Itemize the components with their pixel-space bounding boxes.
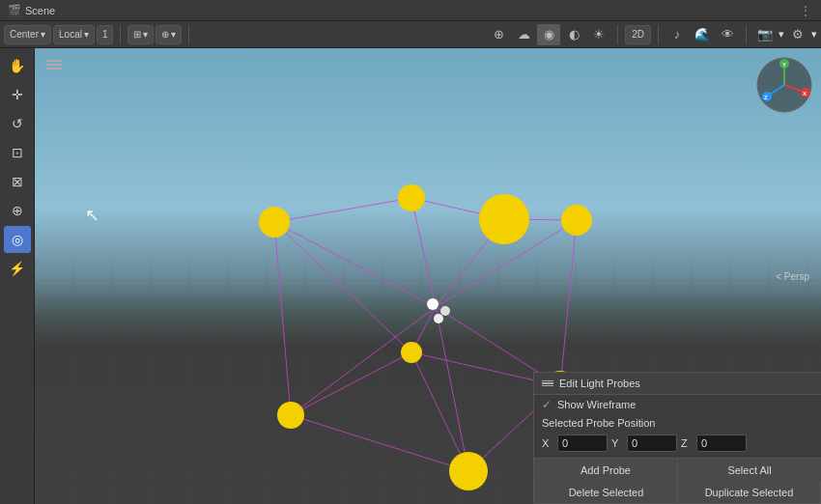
btn-row-1: Add Probe Select All <box>534 458 821 482</box>
probe-mid <box>401 342 422 363</box>
left-toolbar: ✋ ✛ ↺ ⊡ ⊠ ⊕ ◎ ⚡ <box>0 48 35 504</box>
y-label: Y <box>611 437 623 449</box>
sun-button[interactable]: ☀ <box>587 24 610 45</box>
transform-tool[interactable]: ⊕ <box>4 197 31 224</box>
probe-small-3 <box>434 314 443 323</box>
effects-button[interactable]: 🌊 <box>691 24 714 45</box>
sep5 <box>746 25 747 44</box>
btn-row-2: Delete Selected Duplicate Selected <box>534 482 821 504</box>
snap-icon: ⊕ <box>161 29 169 40</box>
globe-button[interactable]: ⊕ <box>487 24 510 45</box>
center-chevron: ▾ <box>41 29 45 40</box>
grid-icon: ⊞ <box>133 29 141 40</box>
camera-group: 📷▾ ⚙▾ <box>753 24 817 45</box>
probe-topright <box>561 205 592 236</box>
camera-button[interactable]: 📷 <box>753 24 777 45</box>
scene-icon: 🎬 <box>8 4 21 16</box>
lp-menu-icon <box>542 380 553 387</box>
halfcircle-button[interactable]: ◐ <box>562 24 585 45</box>
menu-line3 <box>46 68 62 70</box>
sep3 <box>617 25 618 44</box>
sep4 <box>658 25 659 44</box>
probe-position-title: Selected Probe Position <box>534 414 821 432</box>
audio-icon: ♪ <box>674 27 681 42</box>
view-group: ⊕ ☁ ◉ ◐ ☀ <box>487 24 610 45</box>
wireframe-check: ✓ <box>542 398 552 411</box>
center-button[interactable]: Center ▾ <box>4 25 51 44</box>
audio-button[interactable]: ♪ <box>665 24 689 45</box>
title-bar: 🎬 Scene ⋮ <box>0 0 821 21</box>
editor-tool[interactable]: ⚡ <box>4 255 31 282</box>
title-text: Scene <box>25 5 55 16</box>
settings-button[interactable]: ⚙ <box>786 24 809 45</box>
probe-topmid <box>398 184 425 211</box>
sun-icon: ☀ <box>593 27 605 42</box>
lighting-icon: ◉ <box>544 27 554 42</box>
sep2 <box>188 25 189 44</box>
x-input[interactable] <box>557 434 608 452</box>
snap-button[interactable]: ⊕▾ <box>156 25 182 44</box>
effects-icon: 🌊 <box>694 27 710 42</box>
light-probe-panel: Edit Light Probes ✓ Show Wireframe Selec… <box>533 372 821 504</box>
duplicate-selected-button[interactable]: Duplicate Selected <box>677 482 821 504</box>
probe-small-2 <box>440 306 450 316</box>
settings-icon: ⚙ <box>792 27 804 42</box>
grid-group: ⊞▾ ⊕▾ <box>127 25 182 44</box>
probe-large-center <box>479 194 529 244</box>
z-label: Z <box>681 437 693 449</box>
layer-button[interactable]: 1 <box>97 25 114 44</box>
gizmo-svg: Y X Z <box>755 56 813 114</box>
select-all-button[interactable]: Select All <box>678 459 821 482</box>
cursor-indicator: ↖ <box>85 205 99 226</box>
persp-label: < Persp <box>776 271 809 282</box>
svg-text:X: X <box>803 91 807 97</box>
svg-text:Y: Y <box>782 62 786 68</box>
lighting-button[interactable]: ◉ <box>537 24 560 45</box>
scene-viewport[interactable]: < Persp Y X Z ↖ <box>35 48 821 504</box>
local-button[interactable]: Local ▾ <box>53 25 95 44</box>
probe-bottomcenter <box>449 452 488 490</box>
lp-title: Edit Light Probes <box>559 378 640 389</box>
viewport-menu[interactable] <box>46 60 62 70</box>
layer-label: 1 <box>102 29 108 40</box>
render-group: ♪ 🌊 👁 <box>665 24 739 45</box>
camera-icon: 📷 <box>757 27 773 42</box>
wireframe-row: ✓ Show Wireframe <box>534 395 821 414</box>
grid-button[interactable]: ⊞▾ <box>127 25 154 44</box>
probe-small-1 <box>427 298 439 310</box>
center-label: Center <box>10 29 39 40</box>
transform-group: Center ▾ Local ▾ 1 <box>4 25 113 44</box>
vis-button[interactable]: 👁 <box>716 24 739 45</box>
vis-icon: 👁 <box>722 27 734 42</box>
window-title: 🎬 Scene <box>8 4 55 16</box>
scene-gizmo[interactable]: Y X Z <box>755 56 813 114</box>
y-input[interactable] <box>627 434 677 452</box>
local-label: Local <box>59 29 82 40</box>
rotate-tool[interactable]: ↺ <box>4 110 31 137</box>
delete-selected-button[interactable]: Delete Selected <box>534 482 677 504</box>
local-chevron: ▾ <box>84 29 89 40</box>
custom-tool[interactable]: ◎ <box>4 226 31 253</box>
lp-header: Edit Light Probes <box>534 373 821 395</box>
2d-label: 2D <box>632 29 644 40</box>
cloud-icon: ☁ <box>518 27 530 42</box>
scale-tool[interactable]: ⊡ <box>4 139 31 166</box>
halfcircle-icon: ◐ <box>569 27 580 42</box>
menu-line2 <box>46 64 62 66</box>
globe-icon: ⊕ <box>494 27 504 42</box>
2d-button[interactable]: 2D <box>625 25 651 44</box>
sep1 <box>120 25 121 44</box>
x-label: X <box>542 437 553 449</box>
rect-tool[interactable]: ⊠ <box>4 168 31 195</box>
menu-line1 <box>46 60 62 62</box>
probe-bottomleft <box>277 402 304 429</box>
add-probe-button[interactable]: Add Probe <box>534 459 678 482</box>
main-toolbar: Center ▾ Local ▾ 1 ⊞▾ ⊕▾ ⊕ ☁ ◉ ◐ ☀ 2D ♪ … <box>0 21 821 48</box>
probe-topleft <box>259 207 290 238</box>
window-menu-icon[interactable]: ⋮ <box>799 3 813 18</box>
move-tool[interactable]: ✛ <box>4 81 31 108</box>
main-area: ✋ ✛ ↺ ⊡ ⊠ ⊕ ◎ ⚡ <box>0 48 821 504</box>
z-input[interactable] <box>696 434 747 452</box>
hand-tool[interactable]: ✋ <box>4 52 31 79</box>
cloud-button[interactable]: ☁ <box>512 24 535 45</box>
